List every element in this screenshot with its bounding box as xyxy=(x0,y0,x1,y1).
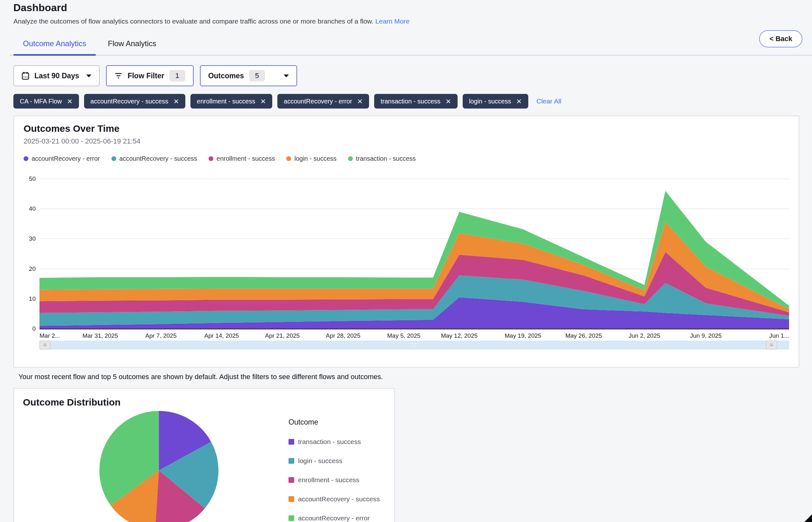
cursor-arrow xyxy=(804,514,812,522)
x-axis-tick-label: May 12, 2025 xyxy=(441,332,478,339)
page-header: Dashboard Analyze the outcomes of flow a… xyxy=(13,0,799,25)
filter-chip[interactable]: transaction - success✕ xyxy=(374,94,457,108)
filter-chip[interactable]: login - success✕ xyxy=(463,94,528,108)
pie-chart xyxy=(99,411,218,522)
legend-swatch xyxy=(289,477,294,483)
back-button[interactable]: < Back xyxy=(759,30,803,47)
chip-label: CA - MFA Flow xyxy=(20,98,62,105)
page-description: Analyze the outcomes of flow analytics c… xyxy=(13,18,799,25)
brush-right-handle[interactable]: = xyxy=(766,341,777,349)
area-chart-legend: accountRecovery - error accountRecovery … xyxy=(24,155,789,162)
date-range-label: Last 90 Days xyxy=(34,72,79,80)
chip-close-icon[interactable]: ✕ xyxy=(445,98,451,105)
legend-dot xyxy=(209,156,213,161)
outcomes-label: Outcomes xyxy=(208,72,244,80)
y-axis-tick-label: 40 xyxy=(24,205,36,212)
chip-label: accountRecovery - success xyxy=(91,98,169,105)
legend-label: transaction - success xyxy=(356,155,416,162)
legend-label: accountRecovery - success xyxy=(298,495,380,503)
outcomes-count-badge: 5 xyxy=(249,70,265,81)
date-range-button[interactable]: Last 90 Days xyxy=(13,65,100,86)
x-axis-tick-label: Apr 28, 2025 xyxy=(326,332,360,339)
chip-close-icon[interactable]: ✕ xyxy=(516,98,522,105)
outcomes-select[interactable]: Outcomes 5 xyxy=(200,65,297,86)
filter-chip[interactable]: enrollment - success✕ xyxy=(191,94,272,108)
legend-dot xyxy=(348,156,353,161)
outcome-distribution-card: Outcome Distribution Outcome transaction… xyxy=(13,388,395,522)
filter-chips-row: CA - MFA Flow✕accountRecovery - success✕… xyxy=(13,94,799,108)
tab-flow-analytics-label: Flow Analytics xyxy=(108,39,156,48)
calendar-icon xyxy=(22,72,29,80)
tab-bar: Outcome Analytics Flow Analytics xyxy=(13,35,799,55)
y-axis-tick-label: 30 xyxy=(24,235,36,242)
active-tab-underline xyxy=(13,54,96,56)
stacked-area-svg xyxy=(39,170,789,330)
chart-date-range: 2025-03-21 00:00 - 2025-06-19 21:54 xyxy=(24,137,789,145)
legend-item[interactable]: accountRecovery - success xyxy=(112,155,197,162)
flow-filter-button[interactable]: Flow Filter 1 xyxy=(106,65,194,86)
chip-close-icon[interactable]: ✕ xyxy=(260,98,266,105)
legend-label: accountRecovery - error xyxy=(32,155,100,162)
legend-item[interactable]: transaction - success xyxy=(348,155,416,162)
learn-more-link[interactable]: Learn More xyxy=(375,18,410,25)
legend-label: enrollment - success xyxy=(298,476,359,484)
legend-swatch xyxy=(289,496,294,502)
x-axis-labels: Mar 2...Mar 31, 2025Apr 7, 2025Apr 14, 2… xyxy=(39,330,789,340)
legend-swatch xyxy=(289,439,294,445)
tab-outcome-analytics-label: Outcome Analytics xyxy=(23,39,86,48)
chip-label: login - success xyxy=(469,98,511,105)
description-text: Analyze the outcomes of flow analytics c… xyxy=(13,18,374,25)
x-axis-tick-label: May 26, 2025 xyxy=(565,332,602,339)
filter-chip[interactable]: CA - MFA Flow✕ xyxy=(13,94,79,108)
x-axis-line xyxy=(39,328,789,329)
time-range-brush[interactable]: = ∷ = xyxy=(39,341,789,349)
legend-dot xyxy=(112,156,116,161)
filter-chip[interactable]: accountRecovery - error✕ xyxy=(277,94,369,108)
x-axis-tick-label: Apr 21, 2025 xyxy=(265,332,300,339)
tab-flow-analytics[interactable]: Flow Analytics xyxy=(98,35,166,55)
x-axis-tick-label: May 19, 2025 xyxy=(505,332,541,339)
chip-close-icon[interactable]: ✕ xyxy=(67,98,73,105)
chip-label: accountRecovery - error xyxy=(284,98,352,105)
legend-item[interactable]: enrollment - success xyxy=(209,155,275,162)
legend-item[interactable]: login - success xyxy=(286,155,336,162)
pie-legend-item[interactable]: login - success xyxy=(289,457,380,465)
x-axis-tick-label: May 5, 2025 xyxy=(387,332,421,339)
pie-legend-item[interactable]: enrollment - success xyxy=(289,476,380,484)
legend-swatch xyxy=(289,515,294,521)
legend-label: accountRecovery - success xyxy=(119,155,197,162)
x-axis-tick-label: Jun 2, 2025 xyxy=(629,332,660,339)
y-axis-tick-label: 10 xyxy=(24,295,36,302)
y-axis-tick-label: 0 xyxy=(24,325,36,332)
legend-dot xyxy=(24,156,28,161)
chevron-down-icon xyxy=(284,75,289,77)
clear-all-link[interactable]: Clear All xyxy=(537,97,561,105)
x-axis-tick-label: Mar 2... xyxy=(39,332,60,339)
legend-item[interactable]: accountRecovery - error xyxy=(24,155,100,162)
x-axis-tick-label: Jun 1... xyxy=(769,332,789,339)
filter-bar: Last 90 Days Flow Filter 1 Outcomes 5 xyxy=(13,65,799,86)
x-axis-tick-label: Jun 9, 2025 xyxy=(690,332,721,339)
outcomes-over-time-card: Outcomes Over Time 2025-03-21 00:00 - 20… xyxy=(13,116,799,368)
dashboard-page: Dashboard Analyze the outcomes of flow a… xyxy=(0,0,812,522)
default-filters-note: Your most recent flow and top 5 outcomes… xyxy=(18,373,799,381)
brush-center-grip[interactable]: ∷ xyxy=(412,341,417,349)
pie-legend-item[interactable]: accountRecovery - error xyxy=(289,514,380,522)
filter-chip[interactable]: accountRecovery - success✕ xyxy=(84,94,185,108)
tab-outcome-analytics[interactable]: Outcome Analytics xyxy=(13,35,96,55)
legend-label: enrollment - success xyxy=(217,155,275,162)
chip-close-icon[interactable]: ✕ xyxy=(357,98,363,105)
chip-label: enrollment - success xyxy=(197,98,255,105)
chart-title: Outcomes Over Time xyxy=(24,123,789,134)
brush-left-handle[interactable]: = xyxy=(39,341,50,349)
chip-close-icon[interactable]: ✕ xyxy=(173,98,179,105)
pie-chart-title: Outcome Distribution xyxy=(23,397,385,408)
x-axis-tick-label: Apr 7, 2025 xyxy=(145,332,176,339)
pie-legend-item[interactable]: transaction - success xyxy=(289,438,380,446)
filter-icon xyxy=(114,72,123,80)
legend-label: transaction - success xyxy=(298,438,361,446)
area-plot: 01020304050 xyxy=(39,170,789,330)
pie-legend-item[interactable]: accountRecovery - success xyxy=(289,495,380,503)
stacked-area-chart: 01020304050 xyxy=(24,170,789,330)
legend-dot xyxy=(286,156,291,161)
